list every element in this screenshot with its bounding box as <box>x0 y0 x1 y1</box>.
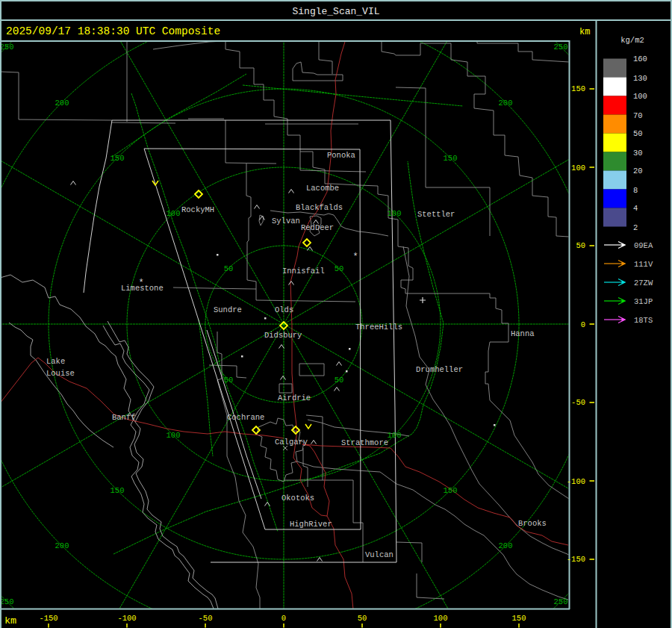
svg-text:100: 100 <box>388 209 402 218</box>
svg-text:111V: 111V <box>634 260 653 269</box>
svg-text:Sylvan: Sylvan <box>272 217 300 226</box>
svg-text:Cochrane: Cochrane <box>227 413 264 422</box>
svg-text:100: 100 <box>434 614 448 623</box>
svg-text:50: 50 <box>576 241 585 250</box>
svg-text:Lacombe: Lacombe <box>306 184 339 193</box>
svg-text:150: 150 <box>111 154 125 163</box>
svg-text:Banff: Banff <box>112 413 136 422</box>
svg-text:200: 200 <box>55 541 69 550</box>
svg-text:160: 160 <box>633 55 647 63</box>
svg-text:2: 2 <box>633 223 638 232</box>
svg-text:RockyMH: RockyMH <box>181 205 214 214</box>
svg-text:Airdrie: Airdrie <box>278 394 311 402</box>
svg-text:150: 150 <box>444 486 458 495</box>
svg-text:31JP: 31JP <box>634 297 653 306</box>
svg-text:km: km <box>579 27 590 37</box>
svg-text:Innisfail: Innisfail <box>282 267 325 276</box>
svg-text:km: km <box>4 615 16 627</box>
svg-text:ThreeHills: ThreeHills <box>355 323 402 332</box>
svg-text:200: 200 <box>499 99 513 108</box>
svg-text:HighRiver: HighRiver <box>290 520 332 529</box>
svg-text:250: 250 <box>554 597 568 606</box>
svg-text:100: 100 <box>571 164 585 172</box>
svg-text:Sundre: Sundre <box>214 305 242 314</box>
svg-text:Stettler: Stettler <box>417 210 455 219</box>
svg-text:Strathmore: Strathmore <box>341 438 388 447</box>
svg-text:200: 200 <box>55 99 69 108</box>
svg-text:Okotoks: Okotoks <box>281 494 314 503</box>
svg-text:250: 250 <box>554 43 568 52</box>
svg-text:2025/09/17 18:38:30 UTC Compos: 2025/09/17 18:38:30 UTC Composite <box>6 25 220 37</box>
svg-text:0: 0 <box>281 614 286 623</box>
svg-text:200: 200 <box>499 541 513 550</box>
svg-text:27ZW: 27ZW <box>634 279 653 287</box>
svg-text:-150: -150 <box>567 555 585 564</box>
svg-text:100: 100 <box>633 92 647 101</box>
svg-text:Single_Scan_VIL: Single_Scan_VIL <box>292 6 379 17</box>
svg-text:-100: -100 <box>117 614 136 623</box>
svg-text:30: 30 <box>633 149 643 158</box>
svg-text:Louise: Louise <box>46 369 75 378</box>
svg-text:50: 50 <box>224 264 234 273</box>
svg-text:Blackfalds: Blackfalds <box>296 203 343 212</box>
svg-text:kg/m2: kg/m2 <box>620 36 644 45</box>
svg-text:50: 50 <box>633 129 643 138</box>
svg-text:Olds: Olds <box>275 305 293 314</box>
svg-text:-150: -150 <box>39 614 57 623</box>
svg-text:150: 150 <box>571 84 585 93</box>
svg-text:50: 50 <box>358 614 367 623</box>
svg-text:20: 20 <box>633 167 643 175</box>
svg-text:*: * <box>352 252 358 262</box>
svg-text:-100: -100 <box>567 477 585 486</box>
svg-text:250: 250 <box>0 597 13 606</box>
svg-text:-50: -50 <box>199 614 213 623</box>
svg-text:70: 70 <box>633 111 643 120</box>
svg-text:150: 150 <box>111 486 125 495</box>
svg-text:Calgary: Calgary <box>275 438 308 447</box>
svg-text:Brooks: Brooks <box>518 519 547 528</box>
svg-text:4: 4 <box>633 204 638 213</box>
svg-text:18TS: 18TS <box>634 316 653 325</box>
svg-text:Lake: Lake <box>46 357 65 366</box>
svg-text:50: 50 <box>335 264 344 273</box>
svg-text:150: 150 <box>444 154 458 163</box>
svg-text:100: 100 <box>167 431 181 440</box>
svg-text:50: 50 <box>224 376 234 385</box>
svg-text:0: 0 <box>581 320 585 329</box>
svg-text:Didsbury: Didsbury <box>264 331 302 340</box>
svg-text:Vulcan: Vulcan <box>365 550 393 559</box>
svg-text:250: 250 <box>0 43 13 52</box>
svg-text:130: 130 <box>633 74 647 83</box>
svg-text:Hanna: Hanna <box>511 329 535 338</box>
svg-text:RedDeer: RedDeer <box>301 223 334 232</box>
svg-text:-50: -50 <box>571 398 585 407</box>
svg-text:150: 150 <box>512 614 526 623</box>
svg-text:*: * <box>138 278 143 288</box>
svg-text:8: 8 <box>633 186 638 195</box>
svg-text:50: 50 <box>335 376 344 385</box>
svg-text:100: 100 <box>388 431 402 440</box>
svg-text:100: 100 <box>167 209 181 218</box>
svg-text:Drumheller: Drumheller <box>416 365 463 374</box>
svg-text:09EA: 09EA <box>634 241 653 250</box>
svg-text:Ponoka: Ponoka <box>327 151 355 160</box>
